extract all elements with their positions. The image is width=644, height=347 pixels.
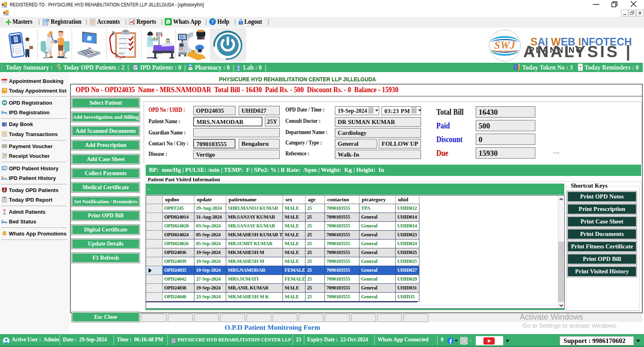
svg-text:SAI WEB INFOTECH: SAI WEB INFOTECH bbox=[492, 50, 518, 53]
svg-text:?: ? bbox=[211, 19, 214, 25]
svg-text:SWJ: SWJ bbox=[494, 39, 516, 51]
